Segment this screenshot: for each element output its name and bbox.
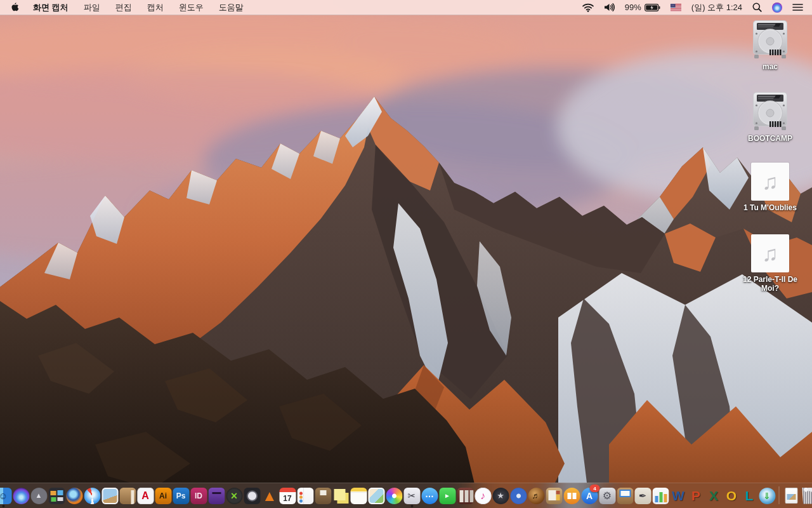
dock-system-preferences[interactable]: ⚙ (599, 487, 616, 504)
dock-acrobat-reader[interactable]: A (137, 487, 154, 504)
spotlight-icon[interactable] (752, 3, 762, 12)
dock-ms-outlook[interactable]: O (723, 487, 740, 504)
menu-edit[interactable]: 편집 (115, 2, 132, 13)
dock-web-downloader[interactable]: ⇓ (759, 487, 776, 504)
app-menus: 화면 캡처파일편집캡처윈도우도움말 (33, 2, 244, 13)
audio-file-icon: ♫ (751, 234, 789, 272)
dock-stickies[interactable] (332, 487, 350, 504)
desktop-icon-label: mac (763, 62, 778, 71)
hard-drive-icon (750, 91, 790, 131)
dock-trash[interactable] (801, 487, 812, 504)
itunes-icon: ♪ (475, 488, 491, 504)
dock-idvd[interactable] (510, 487, 527, 504)
trash-icon (801, 488, 812, 504)
safari-icon (84, 488, 100, 504)
dock-safari[interactable] (84, 487, 101, 504)
dock-firefox[interactable] (66, 487, 83, 504)
menu-capture[interactable]: 캡처 (147, 2, 164, 13)
dock-garageband[interactable]: ♬ (528, 487, 545, 504)
dock-pages[interactable]: ✒ (634, 487, 652, 504)
dock-illustrator[interactable]: Ai (155, 487, 172, 504)
dock-siri[interactable] (13, 487, 30, 504)
menu-window[interactable]: 윈도우 (179, 2, 204, 13)
dock-photoshop[interactable]: Ps (173, 487, 190, 504)
battery-percent: 99% (625, 3, 641, 12)
dock-messages[interactable]: … (421, 487, 438, 504)
siri-icon (13, 488, 29, 504)
dock-mission-control[interactable] (48, 487, 65, 504)
dock-video-converter[interactable]: × (226, 487, 243, 504)
input-source-us-flag[interactable] (671, 4, 681, 11)
ms-word-icon: W (670, 488, 686, 504)
menu-app[interactable]: 화면 캡처 (33, 2, 69, 13)
contacts-icon (119, 488, 136, 504)
ms-lync-icon: L (741, 488, 757, 504)
dock-disk-tool[interactable] (244, 487, 261, 504)
toast-icon (208, 488, 225, 504)
dock-calendar[interactable]: 17 (279, 487, 296, 504)
pages-icon: ✒ (634, 488, 651, 504)
menu-file[interactable]: 파일 (84, 2, 100, 13)
wallpaper-sierra-mountain (0, 0, 812, 508)
dock-ibooks[interactable] (563, 487, 580, 504)
desktop-icon-label: BOOTCAMP (748, 134, 792, 143)
menu-help[interactable]: 도움말 (219, 2, 244, 13)
dock-launchpad[interactable]: ▲ (30, 487, 48, 504)
dock-mail-archive[interactable] (315, 487, 332, 504)
dock-ms-excel[interactable]: X (705, 487, 723, 504)
dock-image-utility[interactable] (368, 487, 385, 504)
desktop-icon-tu-moublies[interactable]: ♫1 Tu M'Oublies (732, 163, 808, 212)
disk-tool-icon (244, 488, 260, 504)
facetime-icon: ► (439, 488, 455, 504)
web-downloader-icon: ⇓ (759, 488, 775, 504)
dock-notes[interactable] (350, 487, 367, 504)
dock-screen-capture[interactable]: ✂ (403, 487, 421, 504)
dock-keynote[interactable] (617, 487, 634, 504)
dock-separator (779, 486, 780, 504)
dock-app-store[interactable]: A4 (581, 487, 598, 504)
dock-ms-word[interactable]: W (670, 487, 687, 504)
dock-indesign[interactable]: ID (190, 487, 207, 504)
battery-status[interactable]: 99% (625, 3, 660, 12)
notes-icon (350, 488, 367, 504)
imovie-icon: ★ (492, 488, 509, 504)
dock-contacts[interactable] (119, 487, 136, 504)
desktop[interactable]: 화면 캡처파일편집캡처윈도우도움말 99% (0, 0, 812, 508)
dock-reminders[interactable] (297, 487, 314, 504)
dock-preview[interactable] (102, 487, 119, 504)
ms-excel-icon: X (705, 488, 722, 504)
menu-bar-clock[interactable]: (일) 오후 1:24 (691, 2, 742, 13)
numbers-icon (652, 488, 669, 504)
dock-ms-powerpoint[interactable]: P (688, 487, 705, 504)
dock-facetime[interactable]: ► (439, 487, 456, 504)
dock-ms-lync[interactable]: L (741, 487, 758, 504)
screen-capture-icon: ✂ (403, 488, 420, 504)
dock-photo-booth[interactable] (457, 487, 474, 504)
dock-finder[interactable]: ☺ (0, 487, 12, 504)
siri-icon[interactable] (772, 3, 782, 13)
ms-powerpoint-icon: P (688, 488, 704, 504)
illustrator-icon: Ai (155, 488, 171, 504)
dock-photos[interactable] (386, 487, 403, 504)
notification-center-icon[interactable] (792, 3, 803, 11)
desktop-icon-bootcamp[interactable]: BOOTCAMP (732, 91, 808, 143)
volume-icon[interactable] (604, 3, 615, 11)
dock-items: ☺▲AAiPsID×▲17✂…►♪★♬A4⚙✒WPXOL⇓ (0, 486, 812, 504)
dock-vlc[interactable]: ▲ (261, 487, 278, 504)
dock-itunes[interactable]: ♪ (475, 487, 492, 504)
wifi-icon[interactable] (582, 3, 594, 12)
dock-imovie[interactable]: ★ (492, 487, 509, 504)
garageband-icon: ♬ (528, 488, 544, 504)
dock-scrapbook[interactable] (546, 487, 563, 504)
ms-outlook-icon: O (723, 488, 740, 504)
desktop-icon-mac[interactable]: mac (732, 19, 808, 71)
desktop-icon-label: 12 Parle-T-Il De Moi? (735, 275, 806, 293)
dock-toast[interactable] (208, 487, 225, 504)
recent-document-icon (785, 488, 797, 504)
dock-recent-document[interactable] (783, 487, 800, 504)
dock-numbers[interactable] (652, 487, 669, 504)
running-indicator (410, 505, 413, 507)
menu-bar: 화면 캡처파일편집캡처윈도우도움말 99% (0, 0, 812, 15)
desktop-icon-parle-t-il-de-moi[interactable]: ♫12 Parle-T-Il De Moi? (732, 234, 808, 293)
apple-menu[interactable] (11, 3, 20, 13)
